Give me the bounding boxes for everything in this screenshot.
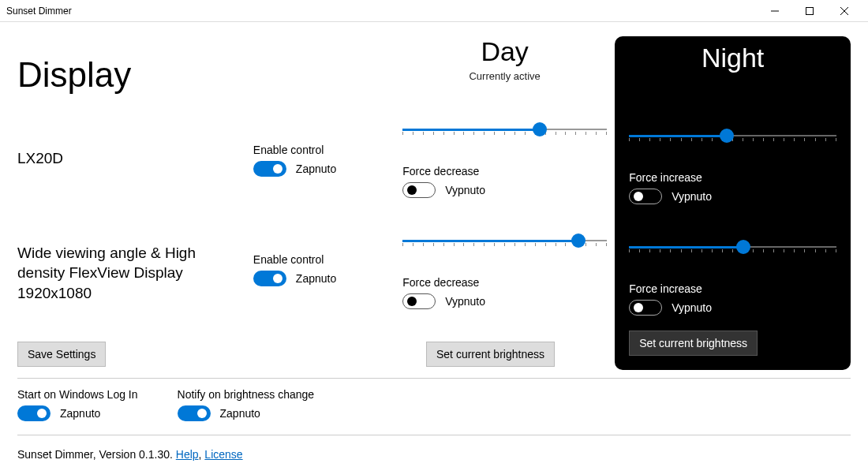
maximize-button[interactable] xyxy=(792,0,827,22)
enable-toggle[interactable]: Zapnuto xyxy=(253,161,336,177)
divider xyxy=(17,378,851,379)
enable-toggle[interactable]: Zapnuto xyxy=(253,271,336,286)
brightness-slider-day[interactable] xyxy=(402,234,607,249)
brightness-slider-day[interactable] xyxy=(402,122,607,138)
toggle-state: Zapnuto xyxy=(296,163,336,175)
svg-rect-1 xyxy=(806,7,814,14)
license-link[interactable]: License xyxy=(204,448,242,461)
minimize-button[interactable] xyxy=(758,0,792,22)
toggle-state: Vypnuto xyxy=(445,184,485,196)
window-title: Sunset Dimmer xyxy=(6,6,758,17)
day-title: Day xyxy=(402,36,607,67)
version-text: Sunset Dimmer, Version 0.1.30. xyxy=(17,448,176,461)
force-decrease-label: Force decrease xyxy=(402,165,607,177)
toggle-state: Zapnuto xyxy=(220,407,260,420)
window-controls xyxy=(758,0,862,22)
toggle-state: Vypnuto xyxy=(672,190,712,203)
toggle-state: Vypnuto xyxy=(445,295,485,308)
toggle-state: Zapnuto xyxy=(296,272,336,285)
start-on-login-label: Start on Windows Log In xyxy=(17,388,138,401)
force-decrease-toggle[interactable]: Vypnuto xyxy=(402,182,485,198)
start-on-login-toggle[interactable]: Zapnuto xyxy=(17,405,100,421)
force-decrease-label: Force decrease xyxy=(402,276,607,289)
brightness-slider-night[interactable] xyxy=(629,129,836,144)
force-increase-label: Force increase xyxy=(629,171,836,184)
enable-control-label: Enable control xyxy=(253,253,402,266)
version-line: Sunset Dimmer, Version 0.1.30. Help, Lic… xyxy=(17,448,851,461)
force-increase-toggle[interactable]: Vypnuto xyxy=(629,300,712,316)
toggle-state: Zapnuto xyxy=(60,407,100,420)
notify-toggle[interactable]: Zapnuto xyxy=(178,405,260,421)
enable-control-label: Enable control xyxy=(253,144,402,156)
night-subtitle xyxy=(629,77,836,91)
page-title: Display xyxy=(17,55,253,95)
brightness-slider-night[interactable] xyxy=(629,240,836,256)
day-subtitle: Currently active xyxy=(402,70,607,84)
display-name: LX20D xyxy=(17,148,238,169)
night-title: Night xyxy=(629,43,836,73)
titlebar: Sunset Dimmer xyxy=(0,0,868,22)
notify-label: Notify on brightness change xyxy=(178,388,315,401)
divider xyxy=(17,435,851,435)
force-decrease-toggle[interactable]: Vypnuto xyxy=(402,293,485,309)
display-name: Wide viewing angle & High density FlexVi… xyxy=(17,243,238,304)
set-current-brightness-day-button[interactable]: Set current brightness xyxy=(426,342,555,367)
save-settings-button[interactable]: Save Settings xyxy=(17,342,106,367)
force-increase-toggle[interactable]: Vypnuto xyxy=(629,189,712,204)
help-link[interactable]: Help xyxy=(176,448,199,461)
close-button[interactable] xyxy=(827,0,862,22)
force-increase-label: Force increase xyxy=(629,282,836,295)
night-panel: Night Force increase Vypnuto xyxy=(615,36,851,370)
toggle-state: Vypnuto xyxy=(672,301,712,314)
